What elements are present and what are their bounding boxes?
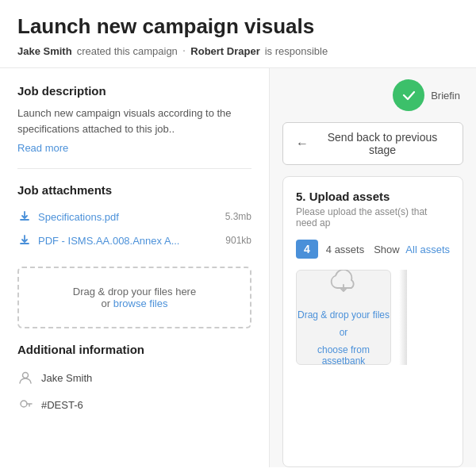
asset-drag-text: Drag & drop your files (298, 309, 390, 321)
assets-toolbar: 4 4 assets Show All assets (296, 240, 450, 259)
send-back-label: Send back to previous stage (315, 131, 450, 156)
meta-separator: · (182, 44, 186, 58)
additional-info-title: Additional information (17, 343, 251, 356)
download-icon-2[interactable] (17, 233, 32, 248)
right-panel: Briefin ← Send back to previous stage 5.… (270, 68, 476, 467)
svg-point-1 (21, 401, 27, 407)
browse-link[interactable]: browse files (113, 298, 168, 309)
right-top-bar: Briefin (270, 68, 476, 122)
dropzone-or: or (102, 298, 111, 309)
green-check-icon (393, 79, 424, 111)
job-attachments-title: Job attachments (17, 183, 251, 197)
page-title: Launch new campaign visuals (17, 14, 459, 39)
attachment-left-1: Specifications.pdf (17, 209, 119, 224)
attachment-name-1[interactable]: Specifications.pdf (38, 211, 119, 223)
show-label: Show (374, 244, 400, 255)
info-item-person: Jake Smith (17, 364, 251, 391)
upload-section-title: 5. Upload assets (296, 190, 450, 203)
created-text: created this campaign (77, 45, 178, 57)
job-description-title: Job description (17, 84, 251, 98)
responsible-text: is responsible (265, 45, 328, 57)
job-description-text: Launch new campaign visuals according to… (17, 106, 251, 136)
arrow-left-icon: ← (296, 136, 309, 151)
assets-count-label: 4 assets (326, 244, 364, 255)
file-drop-zone[interactable]: Drag & drop your files here or browse fi… (17, 267, 251, 328)
read-more-link[interactable]: Read more (17, 142, 68, 154)
upload-section: 5. Upload assets Please upload the asset… (282, 176, 463, 467)
upload-asset-card[interactable]: Drag & drop your files or choose from as… (296, 270, 391, 365)
info-item-key: #DEST-6 (17, 391, 251, 418)
svg-point-0 (23, 373, 29, 378)
top-bar: Launch new campaign visuals Jake Smith c… (0, 0, 476, 68)
all-assets-label: All assets (405, 244, 450, 255)
divider-1 (17, 168, 251, 169)
attachment-name-2[interactable]: PDF - ISMS.AA.008.Annex A... (38, 235, 179, 247)
attachment-item: Specifications.pdf 5.3mb (17, 205, 251, 228)
meta-line: Jake Smith created this campaign · Rober… (17, 44, 459, 58)
key-icon (17, 397, 33, 413)
asset-or-text: or (340, 327, 348, 338)
briefing-label: Briefin (431, 90, 460, 102)
assets-grid: Drag & drop your files or choose from as… (296, 270, 450, 365)
left-panel: Job description Launch new campaign visu… (0, 68, 270, 467)
scroll-hint (399, 270, 407, 365)
attachment-size-1: 5.3mb (225, 211, 251, 222)
assets-count-badge: 4 (296, 240, 318, 259)
attachment-size-2: 901kb (225, 235, 251, 246)
dropzone-text-1: Drag & drop your files here (73, 286, 196, 298)
info-key-value: #DEST-6 (41, 399, 83, 411)
info-person-value: Jake Smith (41, 372, 92, 384)
attachment-left-2: PDF - ISMS.AA.008.Annex A... (17, 233, 179, 248)
attachments-section: Job attachments Specifications.pdf 5.3mb (17, 183, 251, 252)
upload-cloud-icon (329, 270, 358, 303)
upload-section-sub: Please upload the asset(s) that need ap (296, 206, 450, 228)
download-icon-1[interactable] (17, 209, 32, 224)
person-icon (17, 370, 33, 386)
creator-name: Jake Smith (17, 45, 72, 57)
attachment-item-2: PDF - ISMS.AA.008.Annex A... 901kb (17, 228, 251, 252)
additional-info-section: Additional information Jake Smith (17, 343, 251, 418)
show-all-assets-button[interactable]: Show All assets (374, 244, 450, 255)
main-content: Job description Launch new campaign visu… (0, 68, 476, 467)
responsible-name: Robert Draper (190, 45, 259, 57)
choose-assetbank-link[interactable]: choose from assetbank (297, 344, 390, 366)
send-back-button[interactable]: ← Send back to previous stage (282, 122, 463, 165)
